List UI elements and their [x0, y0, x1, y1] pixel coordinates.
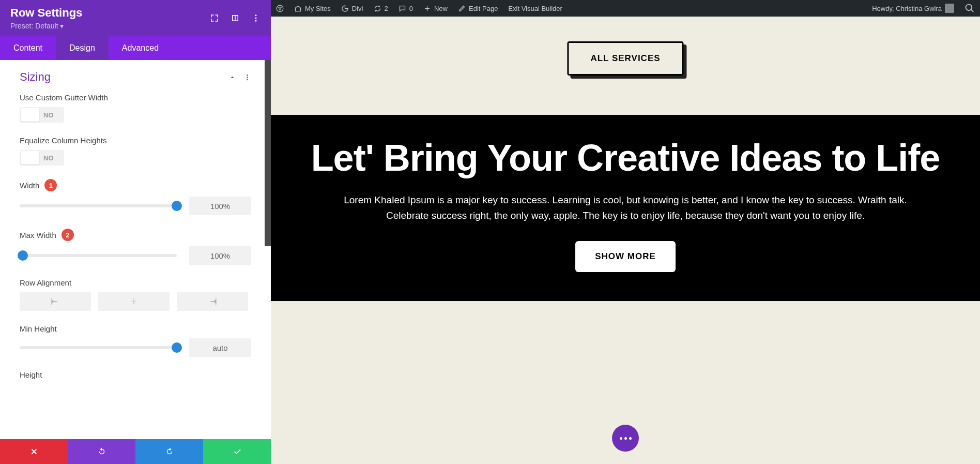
- wordpress-logo[interactable]: [271, 0, 289, 17]
- sizing-section-header[interactable]: Sizing: [20, 70, 251, 84]
- check-icon: [233, 447, 242, 456]
- rowalign-label: Row Alignment: [20, 278, 251, 287]
- plus-icon: [423, 5, 431, 12]
- undo-icon: [97, 447, 106, 456]
- howdy-user[interactable]: Howdy, Christina Gwira: [867, 0, 959, 17]
- panel-header: Row Settings Preset: Default ▾: [0, 0, 271, 36]
- minheight-slider[interactable]: [20, 346, 177, 349]
- more-vertical-icon[interactable]: [251, 13, 261, 23]
- svg-point-1: [255, 18, 257, 19]
- width-slider-handle[interactable]: [172, 201, 182, 211]
- show-more-button[interactable]: SHOW MORE: [575, 241, 676, 272]
- undo-button[interactable]: [68, 439, 135, 464]
- align-right-button[interactable]: [177, 292, 248, 311]
- wordpress-icon: [276, 5, 284, 12]
- tab-advanced[interactable]: Advanced: [109, 36, 172, 60]
- responsive-icon[interactable]: [231, 13, 240, 23]
- equalize-heights-toggle[interactable]: NO: [20, 150, 64, 166]
- comment-icon: [399, 5, 406, 12]
- updates[interactable]: 2: [369, 0, 393, 17]
- hero-heading: Let' Bring Your Creative Ideas to Life: [307, 139, 944, 178]
- minheight-slider-handle[interactable]: [172, 342, 182, 353]
- annotation-badge-1: 1: [44, 179, 57, 191]
- svg-point-2: [255, 20, 257, 22]
- minheight-label: Min Height: [20, 324, 251, 333]
- refresh-icon: [374, 5, 381, 12]
- all-services-button[interactable]: ALL SERVICES: [567, 41, 683, 76]
- gutter-width-toggle[interactable]: NO: [20, 107, 64, 123]
- width-input[interactable]: [189, 197, 251, 215]
- tab-design[interactable]: Design: [56, 36, 109, 60]
- maxwidth-slider[interactable]: [20, 254, 177, 257]
- svg-point-4: [247, 77, 248, 78]
- cancel-button[interactable]: [0, 439, 68, 464]
- align-center-icon: [129, 297, 139, 306]
- redo-button[interactable]: [135, 439, 203, 464]
- svg-point-3: [247, 74, 248, 76]
- chevron-up-icon[interactable]: [228, 73, 236, 81]
- annotation-badge-2: 2: [62, 229, 74, 241]
- preset-dropdown[interactable]: Preset: Default ▾: [10, 22, 82, 30]
- beige-section-bottom: [271, 301, 980, 405]
- sites-icon: [294, 5, 302, 12]
- dot-icon: [629, 437, 632, 440]
- row-settings-panel: Row Settings Preset: Default ▾ Content D…: [0, 0, 271, 464]
- site-name[interactable]: Divi: [336, 0, 369, 17]
- edit-page[interactable]: Edit Page: [453, 0, 503, 17]
- scrollbar[interactable]: [265, 60, 271, 246]
- panel-title: Row Settings: [10, 6, 82, 20]
- avatar: [945, 4, 954, 13]
- svg-point-5: [247, 79, 248, 80]
- maxwidth-input[interactable]: [189, 246, 251, 265]
- hero-section: Let' Bring Your Creative Ideas to Life L…: [271, 115, 980, 301]
- wp-admin-bar: My Sites Divi 2 0 New Edit Page Exit Vis…: [271, 0, 980, 17]
- builder-fab[interactable]: [612, 425, 639, 452]
- comments[interactable]: 0: [393, 0, 418, 17]
- gauge-icon: [341, 5, 349, 12]
- beige-section-top: ALL SERVICES: [271, 17, 980, 115]
- panel-body: Sizing Use Custom Gutter Width NO Equali…: [0, 60, 271, 439]
- redo-icon: [165, 447, 174, 456]
- width-slider[interactable]: [20, 204, 177, 207]
- maxwidth-slider-handle[interactable]: [18, 250, 28, 261]
- dot-icon: [620, 437, 622, 440]
- svg-point-0: [255, 14, 257, 16]
- gutter-width-label: Use Custom Gutter Width: [20, 93, 251, 102]
- equalize-heights-label: Equalize Column Heights: [20, 136, 251, 145]
- search-icon[interactable]: [964, 3, 975, 13]
- align-center-button[interactable]: [98, 292, 170, 311]
- close-icon: [29, 447, 39, 456]
- my-sites[interactable]: My Sites: [289, 0, 336, 17]
- align-left-button[interactable]: [20, 292, 91, 311]
- expand-icon[interactable]: [210, 13, 219, 23]
- section-more-icon[interactable]: [243, 73, 251, 81]
- maxwidth-label: Max Width 2: [20, 229, 251, 241]
- width-label: Width 1: [20, 179, 251, 191]
- panel-footer: [0, 439, 271, 464]
- hero-paragraph: Lorem Khaled Ipsum is a major key to suc…: [341, 192, 910, 224]
- new-content[interactable]: New: [418, 0, 453, 17]
- height-label: Height: [20, 370, 251, 379]
- minheight-input[interactable]: [189, 338, 251, 357]
- dot-icon: [624, 437, 627, 440]
- align-right-icon: [208, 297, 217, 306]
- panel-tabs: Content Design Advanced: [0, 36, 271, 60]
- exit-visual-builder[interactable]: Exit Visual Builder: [503, 0, 568, 17]
- align-left-icon: [51, 297, 60, 306]
- save-button[interactable]: [203, 439, 271, 464]
- sizing-title: Sizing: [20, 70, 51, 84]
- page-preview: ALL SERVICES Let' Bring Your Creative Id…: [271, 17, 980, 464]
- tab-content[interactable]: Content: [0, 36, 56, 60]
- pencil-icon: [458, 5, 466, 12]
